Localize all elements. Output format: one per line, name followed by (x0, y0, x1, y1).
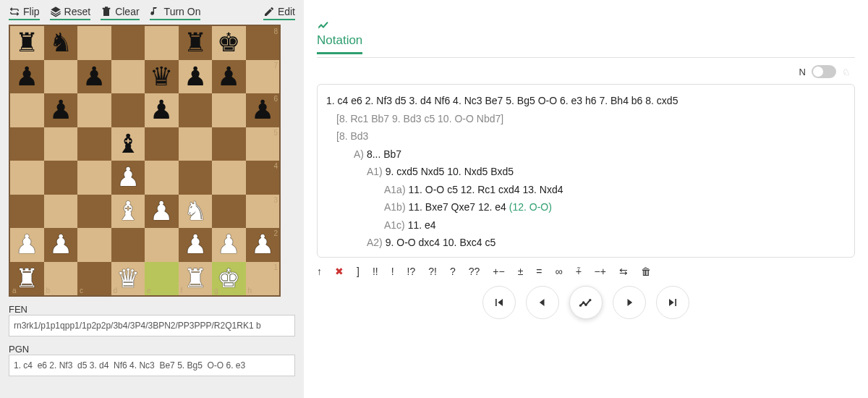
square-c7[interactable]: ♟ (77, 60, 111, 94)
square-g6[interactable] (212, 93, 246, 127)
square-g3[interactable] (212, 195, 246, 229)
square-d5[interactable]: ♝ (111, 127, 145, 161)
last-move-button[interactable] (656, 286, 689, 319)
square-c5[interactable] (77, 127, 111, 161)
square-f4[interactable] (179, 161, 213, 195)
square-d6[interactable] (111, 93, 145, 127)
annotation-symbol-0[interactable]: ↑ (317, 266, 322, 277)
square-e3[interactable]: ♟ (145, 195, 179, 229)
annotation-symbol-5[interactable]: !? (407, 266, 416, 277)
branch-a1[interactable]: 9. cxd5 Nxd5 10. Nxd5 Bxd5 (386, 166, 514, 177)
annotation-symbol-6[interactable]: ?! (428, 266, 437, 277)
branch-a1c[interactable]: 11. e4 (408, 219, 436, 231)
square-h2[interactable]: ♟2 (246, 228, 280, 262)
square-d3[interactable]: ♝ (111, 195, 145, 229)
square-a6[interactable] (10, 93, 44, 127)
square-c3[interactable] (77, 195, 111, 229)
square-a1[interactable]: ♜a (10, 262, 44, 296)
annotation-symbol-7[interactable]: ? (450, 266, 456, 277)
prev-move-button[interactable] (526, 286, 559, 319)
square-a2[interactable]: ♟ (10, 228, 44, 262)
annotation-symbol-14[interactable]: −+ (595, 266, 606, 277)
chess-board[interactable]: ♜♞♜♚8♟♟♛♟♟7♟♟♟6♝5♟4♝♟♞3♟♟♟♟♟2♜abc♛de♜f♚g… (9, 25, 281, 297)
square-e5[interactable] (145, 127, 179, 161)
notation-tab[interactable] (317, 9, 855, 30)
square-g1[interactable]: ♚g (212, 262, 246, 296)
square-f5[interactable] (179, 127, 213, 161)
square-a3[interactable] (10, 195, 44, 229)
clear-button[interactable]: Clear (101, 6, 139, 20)
square-b7[interactable] (44, 60, 78, 94)
square-b2[interactable]: ♟ (44, 228, 78, 262)
square-b3[interactable] (44, 195, 78, 229)
branch-a[interactable]: 8... Bb7 (367, 148, 401, 160)
square-e1[interactable]: e (145, 262, 179, 296)
flip-button[interactable]: Flip (9, 6, 40, 20)
annotation-symbol-8[interactable]: ?? (469, 266, 480, 277)
square-b4[interactable] (44, 161, 78, 195)
edit-button[interactable]: Edit (263, 6, 295, 20)
reset-button[interactable]: Reset (50, 6, 91, 20)
square-a7[interactable]: ♟ (10, 60, 44, 94)
square-a8[interactable]: ♜ (10, 26, 44, 60)
turn-on-button[interactable]: Turn On (150, 6, 201, 20)
square-a4[interactable] (10, 161, 44, 195)
square-e8[interactable] (145, 26, 179, 60)
square-h7[interactable]: 7 (246, 60, 280, 94)
square-c1[interactable]: c (77, 262, 111, 296)
square-f6[interactable] (179, 93, 213, 127)
wave-button[interactable] (569, 286, 603, 319)
pgn-input[interactable] (9, 355, 295, 376)
next-move-button[interactable] (613, 286, 646, 319)
annotation-symbol-13[interactable]: ⨤ (576, 265, 582, 277)
annotation-symbol-11[interactable]: = (536, 266, 542, 277)
first-move-button[interactable] (482, 286, 516, 319)
annotation-symbol-12[interactable]: ∞ (556, 266, 563, 277)
branch-a1a[interactable]: 11. O-O c5 12. Rc1 cxd4 13. Nxd4 (408, 184, 563, 195)
square-e7[interactable]: ♛ (145, 60, 179, 94)
piece-notation-toggle[interactable] (812, 65, 836, 78)
square-c6[interactable] (77, 93, 111, 127)
square-g4[interactable] (212, 161, 246, 195)
notation-area[interactable]: 1. c4 e6 2. Nf3 d5 3. d4 Nf6 4. Nc3 Be7 … (317, 84, 855, 258)
square-f3[interactable]: ♞ (179, 195, 213, 229)
square-h5[interactable]: 5 (246, 127, 280, 161)
square-b5[interactable] (44, 127, 78, 161)
square-d1[interactable]: ♛d (111, 262, 145, 296)
square-d4[interactable]: ♟ (111, 161, 145, 195)
square-h1[interactable]: 1h (246, 262, 280, 296)
branch-a1b[interactable]: 11. Bxe7 Qxe7 12. e4 (408, 201, 509, 213)
square-g2[interactable]: ♟ (212, 228, 246, 262)
branch-a2[interactable]: 9. O-O dxc4 10. Bxc4 c5 (386, 237, 496, 248)
square-g7[interactable]: ♟ (212, 60, 246, 94)
variation-1[interactable]: [8. Rc1 Bb7 9. Bd3 c5 10. O-O Nbd7] (336, 113, 503, 124)
square-d7[interactable] (111, 60, 145, 94)
square-a5[interactable] (10, 127, 44, 161)
square-h6[interactable]: ♟6 (246, 93, 280, 127)
square-c4[interactable] (77, 161, 111, 195)
square-d8[interactable] (111, 26, 145, 60)
variation-2-open[interactable]: [8. Bd3 (336, 130, 368, 142)
square-c8[interactable] (77, 26, 111, 60)
square-b1[interactable]: b (44, 262, 78, 296)
square-f1[interactable]: ♜f (179, 262, 213, 296)
square-c2[interactable] (77, 228, 111, 262)
square-b6[interactable]: ♟ (44, 93, 78, 127)
annotation-symbol-1[interactable]: ✖ (335, 266, 344, 277)
annotation-symbol-2[interactable]: ] (357, 266, 359, 277)
annotation-symbol-15[interactable]: ⇆ (619, 266, 628, 277)
annotation-symbol-4[interactable]: ! (391, 266, 394, 277)
square-g8[interactable]: ♚ (212, 26, 246, 60)
square-e6[interactable]: ♟ (145, 93, 179, 127)
square-g5[interactable] (212, 127, 246, 161)
annotation-symbol-9[interactable]: +− (493, 266, 504, 277)
square-e4[interactable] (145, 161, 179, 195)
annotation-symbol-3[interactable]: !! (373, 266, 378, 277)
annotation-symbol-16[interactable]: 🗑 (641, 266, 651, 277)
square-h8[interactable]: 8 (246, 26, 280, 60)
mainline[interactable]: 1. c4 e6 2. Nf3 d5 3. d4 Nf6 4. Nc3 Be7 … (326, 92, 846, 110)
square-h3[interactable]: 3 (246, 195, 280, 229)
square-d2[interactable] (111, 228, 145, 262)
fen-input[interactable] (9, 315, 295, 336)
annotation-symbol-10[interactable]: ± (518, 266, 524, 277)
